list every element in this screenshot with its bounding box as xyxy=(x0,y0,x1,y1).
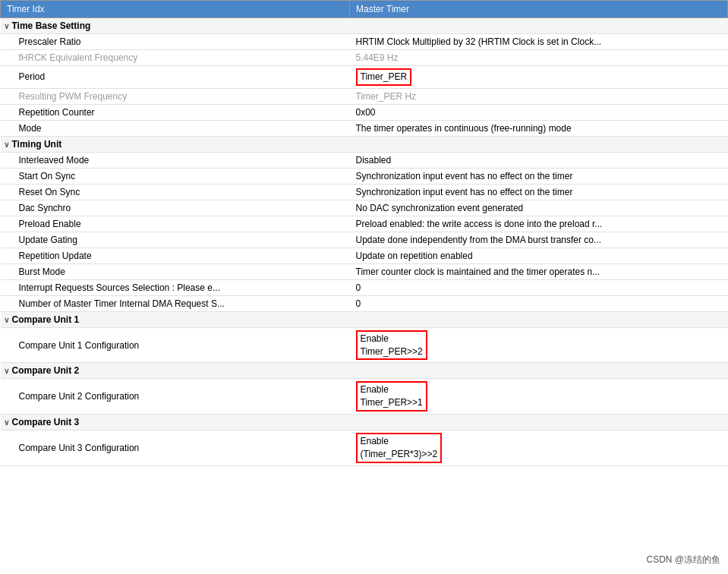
row-value: Synchronization input event has no effec… xyxy=(350,184,728,200)
row-update-gating[interactable]: Update GatingUpdate done independently f… xyxy=(1,232,728,248)
row-label: Repetition Counter xyxy=(1,104,350,120)
watermark: CSDN @冻结的鱼 xyxy=(646,554,720,566)
row-fhrck-freq[interactable]: fHRCK Equivalent Frequency5.44E9 Hz xyxy=(1,50,728,66)
row-prescaler-ratio[interactable]: Prescaler RatioHRTIM Clock Multiplied by… xyxy=(1,34,728,50)
row-label: fHRCK Equivalent Frequency xyxy=(1,50,350,66)
row-value: 5.44E9 Hz xyxy=(350,50,728,66)
highlighted-value: Timer_PER xyxy=(356,68,412,86)
row-label: Interleaved Mode xyxy=(1,152,350,168)
row-value: 0x00 xyxy=(350,104,728,120)
row-value: Update on repetition enabled xyxy=(350,248,728,263)
section-header-compare-unit-1[interactable]: ∨Compare Unit 1 xyxy=(1,311,728,327)
row-label: Dac Synchro xyxy=(1,200,350,216)
row-reset-on-sync[interactable]: Reset On SyncSynchronization input event… xyxy=(1,184,728,200)
header-col1: Timer Idx xyxy=(1,1,350,18)
chevron-icon: ∨ xyxy=(4,418,9,427)
row-label: Interrupt Requests Sources Selection : P… xyxy=(1,279,350,295)
row-label: Resulting PWM Frequency xyxy=(1,88,350,104)
row-value: The timer operates in continuous (free-r… xyxy=(350,120,728,136)
row-value: Timer counter clock is maintained and th… xyxy=(350,263,728,279)
row-interleaved-mode[interactable]: Interleaved ModeDisabled xyxy=(1,152,728,168)
row-label: Reset On Sync xyxy=(1,184,350,200)
row-start-on-sync[interactable]: Start On SyncSynchronization input event… xyxy=(1,168,728,184)
row-label: Mode xyxy=(1,120,350,136)
section-label: ∨Compare Unit 2 xyxy=(1,363,728,379)
chevron-icon: ∨ xyxy=(4,367,9,375)
row-cu2-config[interactable]: Compare Unit 2 ConfigurationEnableTimer_… xyxy=(1,379,728,415)
row-label: Prescaler Ratio xyxy=(1,34,350,50)
row-interrupt-req[interactable]: Interrupt Requests Sources Selection : P… xyxy=(1,279,728,295)
row-value: 0 xyxy=(350,295,728,311)
row-label: Start On Sync xyxy=(1,168,350,184)
row-value: Timer_PER Hz xyxy=(350,88,728,104)
row-label: Repetition Update xyxy=(1,248,350,263)
section-header-timing-unit[interactable]: ∨Timing Unit xyxy=(1,136,728,152)
highlighted-value: EnableTimer_PER>>1 xyxy=(356,381,427,412)
chevron-icon: ∨ xyxy=(4,22,9,30)
highlighted-value: Enable(Timer_PER*3)>>2 xyxy=(356,433,443,463)
row-preload-enable[interactable]: Preload EnablePreload enabled: the write… xyxy=(1,216,728,232)
section-label: ∨Compare Unit 3 xyxy=(1,414,728,430)
row-value: Update done independently from the DMA b… xyxy=(350,232,728,248)
row-label: Preload Enable xyxy=(1,216,350,232)
row-value: Preload enabled: the write access is don… xyxy=(350,216,728,232)
header-col2: Master Timer xyxy=(350,1,728,18)
row-label: Period xyxy=(1,66,350,89)
row-label: Compare Unit 2 Configuration xyxy=(1,379,350,415)
row-mode[interactable]: ModeThe timer operates in continuous (fr… xyxy=(1,120,728,136)
row-dac-synchro[interactable]: Dac SynchroNo DAC synchronization event … xyxy=(1,200,728,216)
row-label: Burst Mode xyxy=(1,263,350,279)
row-value: EnableTimer_PER>>1 xyxy=(350,379,728,415)
highlighted-value: EnableTimer_PER>>2 xyxy=(356,330,427,361)
section-label: ∨Compare Unit 1 xyxy=(1,311,728,327)
row-period[interactable]: PeriodTimer_PER xyxy=(1,66,728,89)
row-repetition-update[interactable]: Repetition UpdateUpdate on repetition en… xyxy=(1,248,728,263)
section-label: ∨Timing Unit xyxy=(1,136,728,152)
row-value: Enable(Timer_PER*3)>>2 xyxy=(350,430,728,465)
row-label: Update Gating xyxy=(1,232,350,248)
row-value: No DAC synchronization event generated xyxy=(350,200,728,216)
row-value: HRTIM Clock Multiplied by 32 (HRTIM Cloc… xyxy=(350,34,728,50)
row-value: 0 xyxy=(350,279,728,295)
row-dma-request[interactable]: Number of Master Timer Internal DMA Requ… xyxy=(1,295,728,311)
row-repetition-counter[interactable]: Repetition Counter0x00 xyxy=(1,104,728,120)
chevron-icon: ∨ xyxy=(4,316,9,324)
row-value: Timer_PER xyxy=(350,66,728,89)
row-value: Synchronization input event has no effec… xyxy=(350,168,728,184)
row-resulting-pwm[interactable]: Resulting PWM FrequencyTimer_PER Hz xyxy=(1,88,728,104)
row-cu1-config[interactable]: Compare Unit 1 ConfigurationEnableTimer_… xyxy=(1,327,728,363)
row-label: Compare Unit 3 Configuration xyxy=(1,430,350,465)
config-table: Timer Idx Master Timer ∨Time Base Settin… xyxy=(0,0,728,466)
section-header-time-base-setting[interactable]: ∨Time Base Setting xyxy=(1,18,728,34)
section-header-compare-unit-3[interactable]: ∨Compare Unit 3 xyxy=(1,414,728,430)
row-value: Disabled xyxy=(350,152,728,168)
row-label: Compare Unit 1 Configuration xyxy=(1,327,350,363)
section-label: ∨Time Base Setting xyxy=(1,18,728,34)
chevron-icon: ∨ xyxy=(4,140,9,149)
section-header-compare-unit-2[interactable]: ∨Compare Unit 2 xyxy=(1,363,728,379)
row-label: Number of Master Timer Internal DMA Requ… xyxy=(1,295,350,311)
row-cu3-config[interactable]: Compare Unit 3 ConfigurationEnable(Timer… xyxy=(1,430,728,465)
row-burst-mode[interactable]: Burst ModeTimer counter clock is maintai… xyxy=(1,263,728,279)
row-value: EnableTimer_PER>>2 xyxy=(350,327,728,363)
